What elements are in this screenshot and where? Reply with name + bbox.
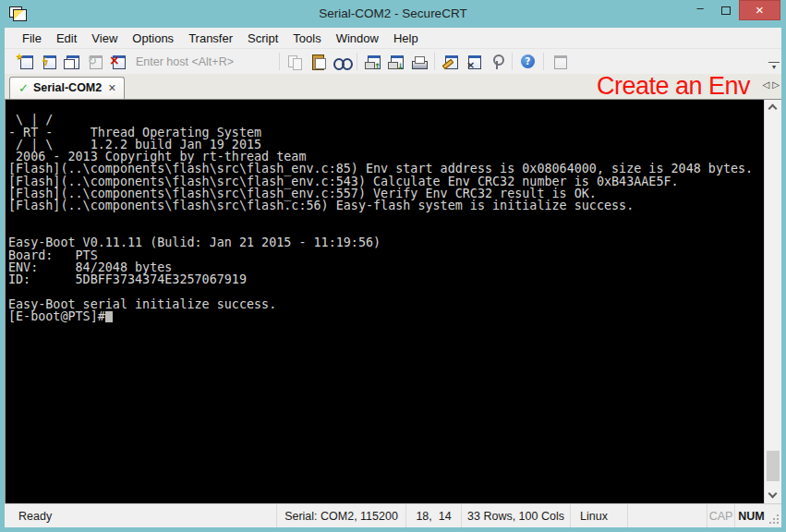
tab-close-icon[interactable]: × <box>108 82 115 93</box>
menu-item-window[interactable]: Window <box>329 30 386 47</box>
reconnect-icon: ↻ <box>87 54 103 69</box>
global-options-icon-glyph: × <box>466 60 475 70</box>
toolbar-separator <box>279 53 280 70</box>
menu-item-transfer[interactable]: Transfer <box>181 30 240 47</box>
disconnect-icon-glyph: × <box>109 54 120 66</box>
menu-item-file[interactable]: File <box>15 30 49 47</box>
terminal-line <box>8 224 764 236</box>
global-options-icon[interactable]: × <box>466 54 481 69</box>
toolbar-separator <box>434 53 435 70</box>
title-bar[interactable]: Serial-COM2 - SecureCRT – × <box>0 0 786 28</box>
close-button[interactable]: × <box>739 0 780 20</box>
terminal-line <box>8 212 764 224</box>
tab-bar: ✓ Serial-COM2 × Create an Env ◁ ▷ <box>5 74 781 99</box>
paste-icon[interactable] <box>310 54 326 69</box>
terminal-line <box>8 285 764 297</box>
terminal-line: ID: 5DBFF3734374E3257067919 <box>8 273 764 285</box>
terminal[interactable]: \ | /- RT - Thread Operating System / | … <box>5 100 764 503</box>
terminal-line <box>8 102 764 114</box>
terminal-line: [Flash](..\components\flash\src\flash_en… <box>8 175 764 187</box>
terminal-line: \ | / <box>8 114 764 126</box>
terminal-line: Easy-Boot V0.11.11 (Bulid: Jan 21 2015 -… <box>8 236 764 248</box>
key-icon[interactable] <box>489 54 504 69</box>
print-icon[interactable] <box>411 54 427 69</box>
host-input[interactable] <box>136 55 271 68</box>
connect-in-tab-icon[interactable] <box>64 54 79 69</box>
terminal-line: [Flash](..\components\flash\src\flash_en… <box>8 187 764 200</box>
resize-grip[interactable] <box>768 504 781 527</box>
toolbar-overflow-button[interactable]: ▾ <box>768 62 780 71</box>
scroll-down-button[interactable] <box>765 488 781 503</box>
menu-bar: FileEditViewOptionsTransferScriptToolsWi… <box>5 28 781 48</box>
status-emulation: Linux <box>570 504 627 527</box>
tab-scroll-right-icon[interactable]: ▷ <box>772 79 780 90</box>
minimize-button[interactable]: – <box>687 0 713 20</box>
session-options-icon[interactable] <box>442 54 458 69</box>
toolbar-right-groups: ↑↓×? <box>275 53 571 70</box>
toolbar: ★ϟ↻× ↑↓×? ▾ <box>5 48 781 74</box>
terminal-prompt-line: [E-boot@PTS]# <box>8 310 764 322</box>
securecrt-window: Serial-COM2 - SecureCRT – × FileEditView… <box>0 0 786 532</box>
toolbar-connect-group: ★ϟ↻× <box>14 54 129 69</box>
menu-item-view[interactable]: View <box>84 30 125 47</box>
reconnect-icon-glyph: ↻ <box>88 55 97 66</box>
maximize-button[interactable] <box>713 0 739 20</box>
copy-icon <box>287 54 303 69</box>
tab-scroll-left-icon[interactable]: ◁ <box>763 79 770 90</box>
send-file-icon[interactable]: ↑ <box>365 54 381 69</box>
status-cursor-position: 18, 14 <box>405 504 461 527</box>
chevron-up-icon <box>768 104 778 114</box>
close-icon: × <box>756 0 764 20</box>
quick-connect-icon[interactable]: ϟ <box>41 54 56 69</box>
tab-scroll-buttons: ◁ ▷ <box>763 79 780 90</box>
terminal-line: Easy-Boot serial initialize success. <box>8 298 764 310</box>
tab-serial-com2[interactable]: ✓ Serial-COM2 × <box>9 77 125 99</box>
minimize-icon: – <box>696 1 703 15</box>
status-serial-info: Serial: COM2, 115200 <box>276 504 405 527</box>
status-empty-section <box>627 504 707 527</box>
tab-label: Serial-COM2 <box>33 81 102 94</box>
window-title: Serial-COM2 - SecureCRT <box>0 0 786 28</box>
menu-item-script[interactable]: Script <box>240 30 285 47</box>
terminal-line: 2006 - 2013 Copyright by rt-thread team <box>8 151 764 163</box>
terminal-line: - RT - Thread Operating System <box>8 127 764 139</box>
file-transfer-icon <box>551 54 567 69</box>
status-caps-indicator: CAP <box>707 504 734 527</box>
status-bar: Ready Serial: COM2, 115200 18, 14 33 Row… <box>5 503 781 527</box>
terminal-line: Board: PTS <box>8 249 764 261</box>
menu-item-edit[interactable]: Edit <box>49 30 84 47</box>
menu-item-help[interactable]: Help <box>386 30 426 47</box>
window-controls: – × <box>687 0 780 20</box>
menu-item-options[interactable]: Options <box>125 30 181 47</box>
scrollbar-thumb[interactable] <box>767 451 780 481</box>
terminal-line: [Flash](..\components\flash\src\flash.c:… <box>8 200 764 212</box>
connected-check-icon: ✓ <box>18 81 29 95</box>
quick-connect-icon-glyph: ϟ <box>42 56 49 67</box>
find-icon[interactable] <box>333 54 349 69</box>
menu-item-tools[interactable]: Tools <box>285 30 328 47</box>
receive-file-icon-glyph: ↓ <box>397 63 405 71</box>
connect-icon[interactable]: ★ <box>18 54 33 69</box>
toolbar-separator <box>512 53 513 70</box>
help-icon-glyph: ? <box>521 57 535 66</box>
toolbar-separator <box>543 53 544 70</box>
maximize-icon <box>721 6 731 15</box>
receive-file-icon[interactable]: ↓ <box>388 54 404 69</box>
annotation-create-an-env: Create an Env <box>597 74 750 99</box>
connect-icon-glyph: ★ <box>16 53 23 61</box>
status-terminal-size: 33 Rows, 100 Cols <box>461 504 570 527</box>
session-area: \ | /- RT - Thread Operating System / | … <box>5 99 781 503</box>
help-icon[interactable]: ? <box>520 54 536 69</box>
scroll-up-button[interactable] <box>765 100 781 115</box>
status-ready: Ready <box>5 504 276 527</box>
disconnect-icon[interactable]: × <box>110 54 126 69</box>
terminal-line: ENV: 84/2048 bytes <box>8 261 764 273</box>
vertical-scrollbar[interactable] <box>764 100 781 503</box>
terminal-prompt: [E-boot@PTS]# <box>8 309 105 323</box>
terminal-line: / | \ 1.2.2 build Jan 19 2015 <box>8 139 764 151</box>
terminal-line: [Flash](..\components\flash\src\flash_en… <box>8 163 764 175</box>
send-file-icon-glyph: ↑ <box>374 63 381 71</box>
terminal-lines: \ | /- RT - Thread Operating System / | … <box>8 102 764 310</box>
status-num-indicator: NUM <box>734 504 768 527</box>
toolbar-separator <box>357 53 357 70</box>
